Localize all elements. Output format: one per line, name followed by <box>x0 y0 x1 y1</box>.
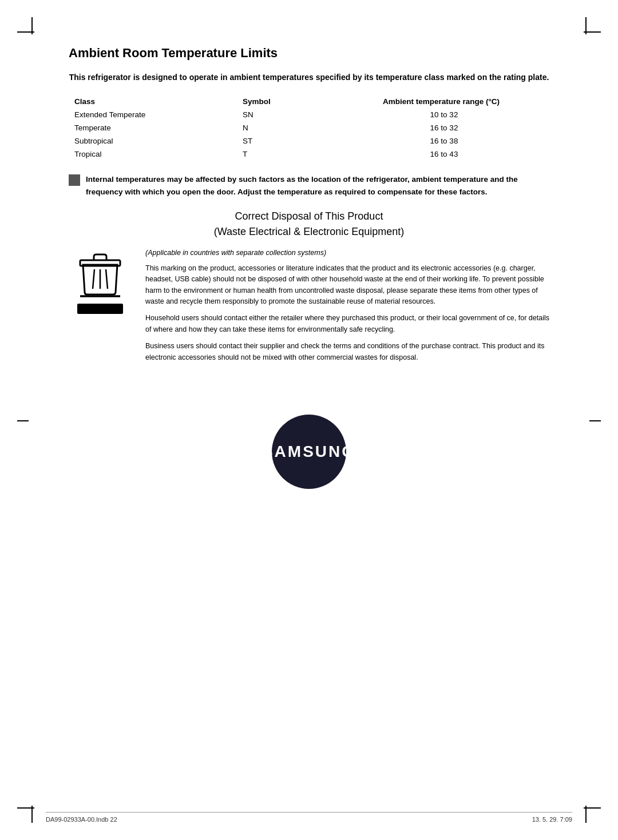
table-cell-symbol: SN <box>237 108 333 121</box>
note-text: Internal temperatures may be affected by… <box>86 173 549 198</box>
svg-rect-1 <box>80 260 120 266</box>
disposal-para3: Business users should contact their supp… <box>145 341 549 363</box>
corner-mark-bl-h <box>17 807 34 809</box>
table-cell-class: Temperate <box>69 121 237 134</box>
disposal-title-line1: Correct Disposal of This Product <box>235 210 383 222</box>
table-cell-class: Tropical <box>69 148 237 161</box>
table-header-symbol: Symbol <box>237 95 333 108</box>
intro-text: This refrigerator is designed to operate… <box>69 71 549 83</box>
table-row: TemperateN16 to 32 <box>69 121 549 134</box>
svg-rect-0 <box>71 177 78 184</box>
disposal-icon-area <box>69 248 132 369</box>
disposal-content: (Applicable in countries with separate c… <box>69 248 549 369</box>
section-title: Ambient Room Temperature Limits <box>69 46 549 61</box>
table-cell-class: Subtropical <box>69 134 237 148</box>
corner-mark-tl-h <box>17 31 34 33</box>
footer-left: DA99-02933A-00.Indb 22 <box>46 816 117 823</box>
svg-line-4 <box>106 269 108 289</box>
disposal-title: Correct Disposal of This Product (Waste … <box>69 209 549 240</box>
table-cell-class: Extended Temperate <box>69 108 237 121</box>
table-cell-range: 10 to 32 <box>333 108 549 121</box>
disposal-black-bar <box>77 304 123 314</box>
samsung-logo-area: SAMSUNG <box>69 415 549 489</box>
samsung-logo: SAMSUNG <box>272 415 346 489</box>
table-cell-symbol: ST <box>237 134 333 148</box>
corner-mark-tr-h <box>584 31 601 33</box>
table-header-range: Ambient temperature range (°C) <box>333 95 549 108</box>
disposal-para2: Household users should contact either th… <box>145 313 549 335</box>
footer: DA99-02933A-00.Indb 22 13. 5. 29. 7:09 <box>46 812 572 823</box>
side-mark-right <box>589 420 601 421</box>
page: Ambient Room Temperature Limits This ref… <box>0 0 618 840</box>
table-cell-symbol: N <box>237 121 333 134</box>
corner-mark-br-h <box>584 807 601 809</box>
disposal-para1: This marking on the product, accessories… <box>145 263 549 308</box>
disposal-subtitle: (Applicable in countries with separate c… <box>145 248 549 258</box>
svg-line-2 <box>93 269 94 289</box>
note-icon <box>69 174 80 186</box>
table-row: Extended TemperateSN10 to 32 <box>69 108 549 121</box>
samsung-brand-text: SAMSUNG <box>262 443 356 461</box>
table-cell-range: 16 to 38 <box>333 134 549 148</box>
disposal-section: Correct Disposal of This Product (Waste … <box>69 209 549 369</box>
table-row: SubtropicalST16 to 38 <box>69 134 549 148</box>
table-cell-range: 16 to 32 <box>333 121 549 134</box>
main-content: Ambient Room Temperature Limits This ref… <box>46 34 572 500</box>
table-cell-range: 16 to 43 <box>333 148 549 161</box>
disposal-text-block: (Applicable in countries with separate c… <box>145 248 549 369</box>
note-box: Internal temperatures may be affected by… <box>69 173 549 198</box>
side-mark-left <box>17 420 29 421</box>
temperature-table: Class Symbol Ambient temperature range (… <box>69 95 549 161</box>
table-row: TropicalT16 to 43 <box>69 148 549 161</box>
weee-icon <box>74 248 126 299</box>
samsung-circle: SAMSUNG <box>272 415 346 489</box>
table-cell-symbol: T <box>237 148 333 161</box>
footer-right: 13. 5. 29. 7:09 <box>532 816 572 823</box>
table-header-class: Class <box>69 95 237 108</box>
disposal-title-line2: (Waste Electrical & Electronic Equipment… <box>214 226 404 237</box>
